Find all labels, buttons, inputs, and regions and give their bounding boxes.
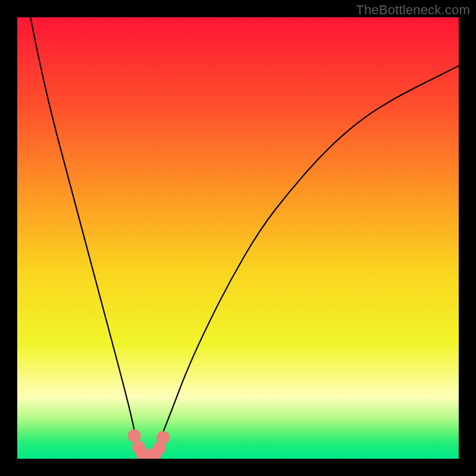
marker-dot [128, 429, 141, 442]
chart-frame: TheBottleneck.com [0, 0, 476, 476]
low-band-markers [128, 429, 170, 459]
plot-area [17, 17, 459, 459]
marker-dot [156, 431, 170, 444]
curve-layer [17, 17, 459, 459]
bottleneck-curve [30, 17, 459, 459]
watermark-text: TheBottleneck.com [356, 2, 470, 18]
